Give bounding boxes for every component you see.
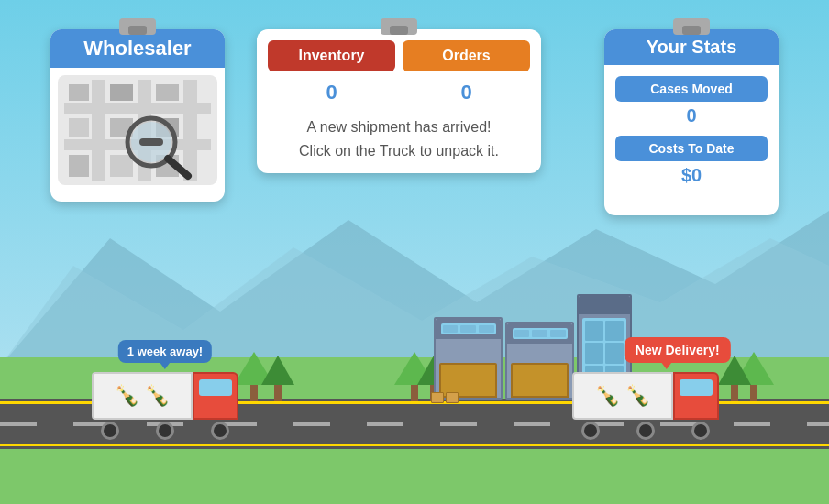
tree-trunk <box>274 385 282 401</box>
shipment-line2: Click on the Truck to unpack it. <box>299 143 499 159</box>
inventory-tab[interactable]: Inventory <box>268 40 395 71</box>
tree-trunk <box>731 385 738 401</box>
right-truck-wheel-1 <box>581 422 600 440</box>
bottle-icon-right-2: 🍾 <box>625 384 650 408</box>
wholesaler-title: Wholesaler <box>50 29 225 68</box>
wholesaler-map[interactable] <box>58 75 217 185</box>
tree-trunk <box>750 385 757 401</box>
svg-rect-10 <box>156 84 179 101</box>
svg-rect-15 <box>110 155 133 177</box>
cases-moved-button[interactable]: Cases Moved <box>615 76 768 102</box>
clipboard-top <box>119 18 156 35</box>
svg-rect-5 <box>183 80 197 181</box>
tab-values: 0 0 <box>268 81 530 104</box>
right-truck-wheel-3 <box>691 422 710 440</box>
tree-2 <box>261 356 294 401</box>
orders-tab[interactable]: Orders <box>403 40 530 71</box>
svg-rect-14 <box>69 155 89 177</box>
tab-row: Inventory Orders <box>268 40 530 71</box>
left-truck-label: 1 week away! <box>118 340 212 363</box>
shipment-line1: A new shipment has arrived! <box>307 119 492 135</box>
bottle-icon-left-2: 🍾 <box>145 384 170 408</box>
inventory-value: 0 <box>268 81 395 104</box>
costs-button[interactable]: Costs To Date <box>615 136 768 161</box>
svg-rect-11 <box>69 118 89 137</box>
bottle-icon-right-1: 🍾 <box>595 384 620 408</box>
orders-value: 0 <box>403 81 530 104</box>
inventory-card: Inventory Orders 0 0 A new shipment has … <box>257 29 541 173</box>
left-truck[interactable]: 1 week away! 🍾 🍾 <box>92 372 238 440</box>
right-truck[interactable]: New Delivery! 🍾 🍾 <box>572 372 719 440</box>
left-truck-wheel-1 <box>101 422 119 440</box>
svg-rect-6 <box>64 103 211 114</box>
clipboard-top-inventory <box>381 18 417 35</box>
map-illustration <box>64 80 211 181</box>
warehouse-building-2 <box>505 322 574 400</box>
wholesaler-card: Wholesaler <box>50 29 225 202</box>
svg-rect-20 <box>139 138 163 146</box>
bottle-icon-left-1: 🍾 <box>115 384 139 408</box>
left-truck-wheel-3 <box>211 422 229 440</box>
svg-rect-9 <box>110 84 133 101</box>
warehouse-building-1 <box>434 317 503 400</box>
svg-rect-8 <box>69 84 89 101</box>
right-truck-label: New Delivery! <box>625 337 731 363</box>
road-bottom-line <box>0 444 829 446</box>
svg-rect-3 <box>92 80 105 181</box>
cases-moved-value: 0 <box>615 105 768 126</box>
left-truck-wheel-2 <box>156 422 174 440</box>
stats-body: Cases Moved 0 Costs To Date $0 <box>604 65 779 206</box>
stats-card: Your Stats Cases Moved 0 Costs To Date $… <box>604 29 779 215</box>
tree-top <box>261 356 294 385</box>
costs-value: $0 <box>615 165 768 186</box>
tree-trunk <box>250 385 258 401</box>
right-truck-wheel-2 <box>636 422 655 440</box>
shipment-message: A new shipment has arrived! Click on the… <box>268 115 530 162</box>
clipboard-top-stats <box>673 18 710 35</box>
